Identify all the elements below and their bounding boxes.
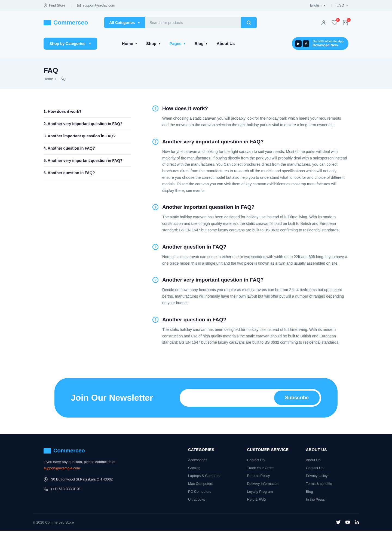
nav-link-label: Pages — [169, 41, 181, 46]
footer-logo[interactable]: Commerceo — [44, 448, 172, 454]
support-email-link[interactable]: support@sedac.com — [77, 3, 115, 7]
faq-item: ?Another very important question in FAQ?… — [152, 139, 348, 194]
youtube-icon[interactable] — [345, 520, 350, 525]
chevron-down-icon: ▼ — [158, 42, 161, 45]
newsletter-email-input[interactable] — [181, 392, 274, 404]
currency-selector[interactable]: USD ▼ — [337, 3, 348, 7]
footer-link[interactable]: Help & FAQ — [247, 497, 289, 501]
footer-link[interactable]: Contact Us — [306, 466, 348, 470]
subscribe-button[interactable]: Subscribe — [274, 391, 320, 405]
faq-question: ?Another very important question in FAQ? — [152, 277, 348, 283]
shop-by-categories-button[interactable]: Shop by Categories ▼ — [44, 38, 97, 50]
sidebar-faq-link[interactable]: 1. How does it work? — [44, 105, 131, 118]
footer-email-link[interactable]: support@example.com — [44, 466, 172, 470]
nav-link-pages[interactable]: Pages▼ — [169, 41, 186, 46]
newsletter-title: Join Our Newsletter — [71, 393, 153, 403]
nav-link-label: Blog — [194, 41, 203, 46]
footer-link[interactable]: Delivery Information — [247, 482, 289, 486]
nav-link-blog[interactable]: Blog▼ — [194, 41, 208, 46]
svg-point-3 — [323, 21, 324, 23]
footer-link[interactable]: Loyalty Program — [247, 489, 289, 494]
footer-link[interactable]: Gaming — [188, 466, 231, 470]
app-cta-text: Download Now — [313, 43, 344, 48]
question-mark-icon: ? — [152, 139, 158, 145]
chevron-down-icon: ▼ — [137, 21, 140, 24]
account-button[interactable] — [321, 20, 327, 26]
copyright: © 2020 Commerceo Store — [33, 520, 74, 524]
footer-column: CUSTOMER SERVICEContact UsTrack Your Ord… — [247, 448, 289, 505]
footer-phone: (+1)-613-333-0101 — [51, 486, 81, 492]
cart-button[interactable]: 0 — [342, 20, 348, 26]
footer-link[interactable]: Contact Us — [247, 458, 289, 462]
question-mark-icon: ? — [152, 277, 158, 283]
sidebar-faq-link[interactable]: 6. Another question in FAQ? — [44, 167, 131, 179]
faq-question: ?Another question in FAQ? — [152, 244, 348, 250]
footer-desc: If you have any question, please contact… — [44, 459, 172, 465]
chevron-down-icon: ▼ — [135, 42, 137, 45]
twitter-icon[interactable] — [336, 520, 341, 525]
chevron-down-icon: ▼ — [88, 42, 91, 45]
app-promo-text: Get 50% off on the App — [313, 39, 344, 43]
search-input[interactable] — [145, 17, 241, 28]
question-mark-icon: ? — [152, 204, 158, 210]
logo-icon — [44, 448, 51, 454]
all-categories-button[interactable]: All Categories ▼ — [104, 17, 145, 28]
footer-link[interactable]: Ultrabooks — [188, 497, 231, 501]
page-title: FAQ — [44, 66, 348, 75]
user-icon — [321, 20, 327, 26]
faq-answer: The static holiday caravan has been desi… — [152, 327, 348, 346]
find-store-link[interactable]: Find Store — [44, 3, 65, 7]
chevron-down-icon: ▼ — [205, 42, 208, 45]
faq-item: ?Another question in FAQ?Normal static c… — [152, 244, 348, 267]
app-download-banner[interactable]: ▶ A Get 50% off on the App Download Now — [292, 37, 348, 50]
footer-link[interactable]: Returns Policy — [247, 474, 289, 478]
search-button[interactable] — [241, 17, 257, 28]
footer-heading: CUSTOMER SERVICE — [247, 448, 289, 452]
footer-link[interactable]: PC Computers — [188, 489, 231, 494]
faq-question: ?Another important quesstion in FAQ? — [152, 204, 348, 210]
footer-link[interactable]: Privacy policy — [306, 474, 348, 478]
footer-column: ABOUT USAbout UsContact UsPrivacy policy… — [306, 448, 348, 505]
footer-link[interactable]: Track Your Order — [247, 466, 289, 470]
footer-logo-text: Commerceo — [53, 448, 85, 454]
footer-address: 30 Buttonwood St.Pataskala OH 43062 — [51, 477, 113, 482]
chevron-down-icon: ▼ — [346, 4, 348, 7]
footer-column: CATEGORIESAccessoriesGamingLaptops & Com… — [188, 448, 231, 505]
sidebar-faq-link[interactable]: 4. Another question in FAQ? — [44, 142, 131, 155]
nav-link-shop[interactable]: Shop▼ — [146, 41, 161, 46]
chevron-down-icon: ▼ — [323, 4, 326, 7]
nav-link-about-us[interactable]: About Us — [217, 41, 235, 46]
linkedin-icon[interactable] — [354, 520, 359, 525]
wishlist-badge: 0 — [336, 18, 340, 22]
faq-item: ?How does it work?When choosing a static… — [152, 105, 348, 128]
footer-link[interactable]: Terms & conditio — [306, 482, 348, 486]
currency-label: USD — [337, 3, 344, 7]
faq-item: ?Another important quesstion in FAQ?The … — [152, 204, 348, 233]
logo[interactable]: Commerceo — [44, 19, 88, 26]
phone-icon — [44, 487, 48, 491]
footer-heading: CATEGORIES — [188, 448, 231, 452]
faq-answer: Now for yhe caravan and looking for the … — [152, 149, 348, 194]
mail-icon — [77, 4, 81, 7]
footer-link[interactable]: About Us — [306, 458, 348, 462]
nav-link-label: Shop — [146, 41, 157, 46]
footer-link[interactable]: Blog — [306, 489, 348, 494]
breadcrumb-home[interactable]: Home — [44, 77, 53, 81]
sidebar-faq-link[interactable]: 2. Another very important question in FA… — [44, 118, 131, 130]
app-store-icon: A — [303, 40, 309, 47]
support-email-label: support@sedac.com — [82, 3, 115, 7]
sidebar-faq-link[interactable]: 3. Another important quesstion in FAQ? — [44, 130, 131, 142]
faq-answer: Normal static caravan can come in either… — [152, 254, 348, 267]
breadcrumb: Home › FAQ — [44, 77, 348, 81]
faq-sidebar: 1. How does it work?2. Another very impo… — [44, 105, 131, 356]
footer-link[interactable]: Mac Computers — [188, 482, 231, 486]
wishlist-button[interactable]: 0 — [332, 20, 338, 26]
footer-link[interactable]: Laptops & Computer — [188, 474, 231, 478]
footer-link[interactable]: Accessories — [188, 458, 231, 462]
footer-link[interactable]: In the Press — [306, 497, 348, 501]
search-icon — [246, 20, 251, 25]
language-selector[interactable]: English ▼ — [310, 3, 326, 7]
footer: Commerceo If you have any question, plea… — [0, 434, 392, 531]
nav-link-home[interactable]: Home▼ — [122, 41, 137, 46]
sidebar-faq-link[interactable]: 5. Another very important question in FA… — [44, 155, 131, 167]
